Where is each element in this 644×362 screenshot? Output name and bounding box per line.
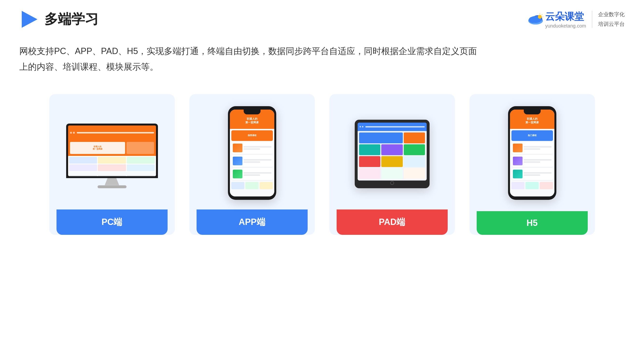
pc-monitor: 职通人的第一堂网课 bbox=[66, 124, 158, 188]
pad-device bbox=[355, 120, 430, 188]
pad-card: PAD端 bbox=[329, 94, 455, 235]
h5-label-button[interactable]: H5 bbox=[477, 211, 588, 235]
pc-image-area: 职通人的第一堂网课 bbox=[56, 106, 168, 188]
page-title: 多端学习 bbox=[44, 10, 98, 28]
brand-slogan: 企业数字化 培训云平台 bbox=[598, 10, 625, 29]
svg-marker-0 bbox=[22, 11, 38, 28]
svg-point-5 bbox=[538, 15, 542, 19]
description-text: 网校支持PC、APP、PAD、H5，实现多端打通，终端自由切换，数据同步跨平台自… bbox=[0, 36, 580, 80]
logo-area: 云朵课堂 yunduoketang.com 企业数字化 培训云平台 bbox=[526, 10, 625, 29]
h5-phone: 职通人的第一堂网课 热门课程 bbox=[508, 106, 556, 200]
header: 多端学习 云朵课堂 yunduoketang.com 企业数字化 培训云平台 bbox=[0, 0, 644, 36]
pad-label-button[interactable]: PAD端 bbox=[336, 209, 448, 235]
header-left: 多端学习 bbox=[19, 10, 98, 29]
description-line2: 上的内容、培训课程、模块展示等。 bbox=[19, 59, 560, 75]
app-label-button[interactable]: APP端 bbox=[196, 209, 308, 235]
cards-section: 职通人的第一堂网课 bbox=[0, 80, 644, 245]
h5-card: 职通人的第一堂网课 热门课程 bbox=[470, 94, 595, 235]
svg-line-7 bbox=[542, 14, 542, 15]
brand-url: yunduoketang.com bbox=[545, 23, 586, 29]
pc-card: 职通人的第一堂网课 bbox=[49, 94, 175, 235]
app-card: 职通人的第一堂网课 推荐课程 bbox=[189, 94, 315, 235]
logo-brand: 云朵课堂 yunduoketang.com bbox=[545, 10, 586, 29]
pad-image-area bbox=[336, 106, 448, 188]
app-phone: 职通人的第一堂网课 推荐课程 bbox=[228, 106, 276, 200]
app-image-area: 职通人的第一堂网课 推荐课程 bbox=[196, 106, 308, 200]
description-line1: 网校支持PC、APP、PAD、H5，实现多端打通，终端自由切换，数据同步跨平台自… bbox=[19, 43, 560, 59]
pc-label-button[interactable]: PC端 bbox=[56, 209, 168, 235]
brand-name: 云朵课堂 bbox=[545, 10, 586, 23]
logo-divider bbox=[592, 11, 592, 28]
cloud-logo-icon bbox=[526, 12, 545, 26]
h5-image-area: 职通人的第一堂网课 热门课程 bbox=[477, 106, 588, 200]
play-icon bbox=[19, 10, 39, 29]
